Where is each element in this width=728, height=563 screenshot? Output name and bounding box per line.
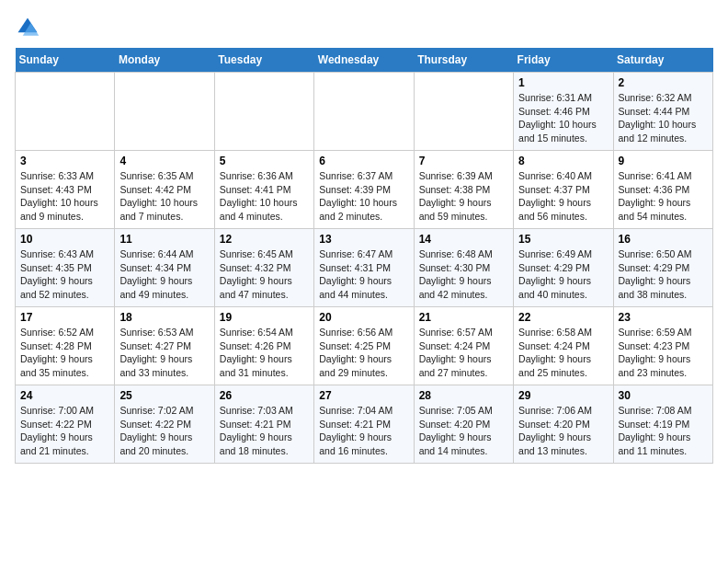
calendar-table: SundayMondayTuesdayWednesdayThursdayFrid… — [15, 48, 713, 464]
day-number: 7 — [419, 155, 508, 167]
day-info: Sunrise: 6:49 AM Sunset: 4:29 PM Dayligh… — [518, 247, 608, 302]
header-friday: Friday — [514, 48, 613, 73]
day-number: 24 — [20, 389, 109, 402]
calendar-cell: 17Sunrise: 6:52 AM Sunset: 4:28 PM Dayli… — [16, 307, 115, 385]
day-number: 5 — [220, 155, 309, 167]
header-wednesday: Wednesday — [314, 48, 414, 73]
calendar-week-2: 3Sunrise: 6:33 AM Sunset: 4:43 PM Daylig… — [16, 151, 713, 229]
day-info: Sunrise: 6:36 AM Sunset: 4:41 PM Dayligh… — [220, 169, 309, 224]
calendar-cell: 26Sunrise: 7:03 AM Sunset: 4:21 PM Dayli… — [214, 385, 313, 464]
calendar-cell: 7Sunrise: 6:39 AM Sunset: 4:38 PM Daylig… — [414, 151, 513, 229]
day-info: Sunrise: 6:57 AM Sunset: 4:24 PM Dayligh… — [419, 326, 508, 380]
calendar-cell: 3Sunrise: 6:33 AM Sunset: 4:43 PM Daylig… — [16, 151, 115, 229]
day-info: Sunrise: 6:50 AM Sunset: 4:29 PM Dayligh… — [619, 247, 708, 302]
day-info: Sunrise: 6:41 AM Sunset: 4:36 PM Dayligh… — [619, 169, 708, 224]
calendar-week-4: 17Sunrise: 6:52 AM Sunset: 4:28 PM Dayli… — [16, 307, 713, 385]
calendar-cell: 29Sunrise: 7:06 AM Sunset: 4:20 PM Dayli… — [514, 385, 613, 464]
day-number: 20 — [319, 311, 408, 324]
day-number: 23 — [619, 311, 708, 324]
day-info: Sunrise: 6:40 AM Sunset: 4:37 PM Dayligh… — [518, 169, 608, 224]
logo — [15, 15, 44, 40]
calendar-cell: 1Sunrise: 6:31 AM Sunset: 4:46 PM Daylig… — [514, 73, 613, 151]
calendar-cell: 23Sunrise: 6:59 AM Sunset: 4:23 PM Dayli… — [613, 307, 712, 385]
day-number: 25 — [119, 389, 209, 402]
day-info: Sunrise: 6:39 AM Sunset: 4:38 PM Dayligh… — [419, 169, 508, 224]
day-info: Sunrise: 6:47 AM Sunset: 4:31 PM Dayligh… — [319, 247, 408, 302]
day-number: 15 — [518, 233, 608, 246]
day-number: 1 — [518, 76, 608, 89]
day-number: 4 — [119, 155, 209, 167]
calendar-cell: 19Sunrise: 6:54 AM Sunset: 4:26 PM Dayli… — [214, 307, 313, 385]
day-info: Sunrise: 7:08 AM Sunset: 4:19 PM Dayligh… — [619, 404, 708, 458]
day-number: 21 — [419, 311, 508, 324]
day-info: Sunrise: 6:37 AM Sunset: 4:39 PM Dayligh… — [319, 169, 408, 224]
day-number: 26 — [220, 389, 309, 402]
day-number: 8 — [518, 155, 608, 167]
day-info: Sunrise: 6:53 AM Sunset: 4:27 PM Dayligh… — [119, 326, 209, 380]
day-info: Sunrise: 6:52 AM Sunset: 4:28 PM Dayligh… — [20, 326, 109, 380]
day-number: 3 — [20, 155, 109, 167]
day-number: 9 — [619, 155, 708, 167]
calendar-cell: 14Sunrise: 6:48 AM Sunset: 4:30 PM Dayli… — [414, 229, 513, 307]
day-info: Sunrise: 7:02 AM Sunset: 4:22 PM Dayligh… — [119, 404, 209, 458]
day-number: 16 — [619, 233, 708, 246]
calendar-week-3: 10Sunrise: 6:43 AM Sunset: 4:35 PM Dayli… — [16, 229, 713, 307]
day-info: Sunrise: 7:03 AM Sunset: 4:21 PM Dayligh… — [220, 404, 309, 458]
header-thursday: Thursday — [414, 48, 513, 73]
calendar-cell: 10Sunrise: 6:43 AM Sunset: 4:35 PM Dayli… — [16, 229, 115, 307]
calendar-cell — [314, 73, 414, 151]
calendar-cell: 28Sunrise: 7:05 AM Sunset: 4:20 PM Dayli… — [414, 385, 513, 464]
calendar-week-5: 24Sunrise: 7:00 AM Sunset: 4:22 PM Dayli… — [16, 385, 713, 464]
day-info: Sunrise: 7:05 AM Sunset: 4:20 PM Dayligh… — [419, 404, 508, 458]
day-number: 13 — [319, 233, 408, 246]
day-number: 14 — [419, 233, 508, 246]
day-number: 2 — [619, 76, 708, 89]
day-info: Sunrise: 6:35 AM Sunset: 4:42 PM Dayligh… — [119, 169, 209, 224]
header-saturday: Saturday — [613, 48, 712, 73]
day-number: 12 — [220, 233, 309, 246]
day-info: Sunrise: 6:59 AM Sunset: 4:23 PM Dayligh… — [619, 326, 708, 380]
calendar-cell: 18Sunrise: 6:53 AM Sunset: 4:27 PM Dayli… — [115, 307, 214, 385]
day-info: Sunrise: 6:43 AM Sunset: 4:35 PM Dayligh… — [20, 247, 109, 302]
calendar-cell — [16, 73, 115, 151]
calendar-cell: 25Sunrise: 7:02 AM Sunset: 4:22 PM Dayli… — [115, 385, 214, 464]
day-info: Sunrise: 6:58 AM Sunset: 4:24 PM Dayligh… — [518, 326, 608, 380]
day-info: Sunrise: 6:32 AM Sunset: 4:44 PM Dayligh… — [619, 91, 708, 145]
calendar-header-row: SundayMondayTuesdayWednesdayThursdayFrid… — [16, 48, 713, 73]
day-number: 22 — [518, 311, 608, 324]
calendar-cell — [115, 73, 214, 151]
day-number: 6 — [319, 155, 408, 167]
calendar-cell: 4Sunrise: 6:35 AM Sunset: 4:42 PM Daylig… — [115, 151, 214, 229]
calendar-cell: 2Sunrise: 6:32 AM Sunset: 4:44 PM Daylig… — [613, 73, 712, 151]
day-info: Sunrise: 6:54 AM Sunset: 4:26 PM Dayligh… — [220, 326, 309, 380]
calendar-cell — [414, 73, 513, 151]
calendar-cell: 27Sunrise: 7:04 AM Sunset: 4:21 PM Dayli… — [314, 385, 414, 464]
day-number: 29 — [518, 389, 608, 402]
day-info: Sunrise: 6:48 AM Sunset: 4:30 PM Dayligh… — [419, 247, 508, 302]
day-info: Sunrise: 7:00 AM Sunset: 4:22 PM Dayligh… — [20, 404, 109, 458]
day-info: Sunrise: 6:56 AM Sunset: 4:25 PM Dayligh… — [319, 326, 408, 380]
calendar-cell: 21Sunrise: 6:57 AM Sunset: 4:24 PM Dayli… — [414, 307, 513, 385]
calendar-week-1: 1Sunrise: 6:31 AM Sunset: 4:46 PM Daylig… — [16, 73, 713, 151]
day-info: Sunrise: 6:45 AM Sunset: 4:32 PM Dayligh… — [220, 247, 309, 302]
day-info: Sunrise: 7:06 AM Sunset: 4:20 PM Dayligh… — [518, 404, 608, 458]
day-number: 30 — [619, 389, 708, 402]
day-number: 19 — [220, 311, 309, 324]
day-number: 17 — [20, 311, 109, 324]
calendar-cell: 30Sunrise: 7:08 AM Sunset: 4:19 PM Dayli… — [613, 385, 712, 464]
header — [15, 15, 713, 40]
calendar-cell — [214, 73, 313, 151]
header-sunday: Sunday — [16, 48, 115, 73]
day-info: Sunrise: 6:44 AM Sunset: 4:34 PM Dayligh… — [119, 247, 209, 302]
calendar-cell: 15Sunrise: 6:49 AM Sunset: 4:29 PM Dayli… — [514, 229, 613, 307]
calendar-cell: 11Sunrise: 6:44 AM Sunset: 4:34 PM Dayli… — [115, 229, 214, 307]
day-info: Sunrise: 6:31 AM Sunset: 4:46 PM Dayligh… — [518, 91, 608, 145]
day-info: Sunrise: 6:33 AM Sunset: 4:43 PM Dayligh… — [20, 169, 109, 224]
calendar-cell: 12Sunrise: 6:45 AM Sunset: 4:32 PM Dayli… — [214, 229, 313, 307]
day-number: 11 — [119, 233, 209, 246]
day-number: 10 — [20, 233, 109, 246]
header-monday: Monday — [115, 48, 214, 73]
calendar-cell: 6Sunrise: 6:37 AM Sunset: 4:39 PM Daylig… — [314, 151, 414, 229]
logo-icon — [15, 15, 40, 40]
header-tuesday: Tuesday — [214, 48, 313, 73]
